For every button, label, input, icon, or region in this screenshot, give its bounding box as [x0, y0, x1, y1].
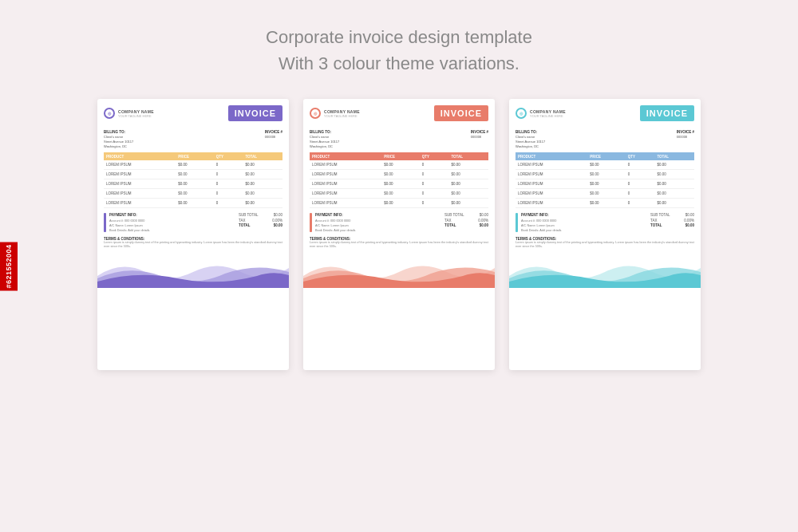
invoice-num: 000008 — [471, 135, 488, 139]
terms-text: Lorem ipsum is simply dummy text of the … — [310, 241, 488, 250]
logo-circle: ◎ — [104, 108, 115, 119]
payment-line: Account #: 000 0000 0000 — [521, 219, 646, 223]
invoice-header: ◎ COMPANY NAME YOUR TAGLINE HERE INVOICE — [303, 99, 495, 126]
cell-price: $0.00 — [381, 170, 420, 179]
terms-text: Lorem ipsum is simply dummy text of the … — [516, 241, 694, 250]
payment-info: PAYMENT INFO: Account #: 000 0000 0000A/… — [109, 213, 234, 232]
table-row: LOREM IPSUM $0.00 0 $0.00 — [104, 179, 282, 189]
company-text: COMPANY NAME YOUR TAGLINE HERE — [324, 109, 360, 118]
cell-total: $0.00 — [243, 170, 282, 179]
cell-total: $0.00 — [243, 179, 282, 189]
invoice-footer: PAYMENT INFO: Account #: 000 0000 0000A/… — [97, 213, 289, 232]
subtotal-row: SUB TOTAL $0.00 — [444, 213, 488, 217]
cell-price: $0.00 — [176, 160, 214, 170]
invoice-num-label: INVOICE # — [677, 130, 694, 134]
logo-circle: ◎ — [516, 108, 527, 119]
payment-info: PAYMENT INFO: Account #: 000 0000 0000A/… — [521, 213, 646, 232]
cell-total: $0.00 — [654, 179, 694, 189]
billing-label: BILLING TO: — [516, 130, 545, 134]
table-row: LOREM IPSUM $0.00 0 $0.00 — [104, 170, 282, 179]
billing-right: INVOICE # 000008 — [265, 130, 282, 148]
heading-line1: Corporate invoice design template — [266, 27, 532, 47]
payment-line: A/C Name: Lorem Ipsum — [315, 224, 440, 227]
cell-price: $0.00 — [176, 179, 214, 189]
invoice-footer: PAYMENT INFO: Account #: 000 0000 0000A/… — [509, 213, 701, 232]
cell-product: LOREM IPSUM — [516, 160, 587, 170]
totals-section: SUB TOTAL $0.00 TAX 0.00% TOTAL $0.00 — [239, 213, 282, 232]
heading-line2: With 3 colour theme variations. — [279, 53, 519, 73]
terms-section: TERMS & CONDITIONS: Lorem ipsum is simpl… — [97, 232, 289, 250]
total-row: TOTAL $0.00 — [444, 223, 488, 227]
invoice-title-badge: INVOICE — [228, 105, 282, 121]
company-sub: YOUR TAGLINE HERE — [530, 114, 566, 118]
payment-wrapper: PAYMENT INFO: Account #: 000 0000 0000A/… — [516, 213, 646, 232]
cell-qty: 0 — [626, 189, 655, 199]
cell-product: LOREM IPSUM — [310, 160, 381, 170]
cell-price: $0.00 — [587, 179, 626, 189]
cell-price: $0.00 — [176, 170, 214, 179]
col-header: QTY — [626, 152, 655, 160]
table-row: LOREM IPSUM $0.00 0 $0.00 — [104, 199, 282, 208]
cell-total: $0.00 — [448, 189, 488, 199]
cell-product: LOREM IPSUM — [310, 179, 381, 189]
invoice-card-2: ◎ COMPANY NAME YOUR TAGLINE HERE INVOICE… — [509, 99, 701, 370]
invoice-num: 000008 — [265, 135, 282, 139]
table-row: LOREM IPSUM $0.00 0 $0.00 — [516, 160, 694, 170]
cell-product: LOREM IPSUM — [516, 189, 587, 199]
cell-qty: 0 — [214, 170, 243, 179]
invoice-title-badge: INVOICE — [640, 105, 694, 121]
logo-area: ◎ COMPANY NAME YOUR TAGLINE HERE — [516, 105, 635, 121]
wave-decoration — [97, 256, 289, 288]
col-header: TOTAL — [448, 152, 488, 160]
totals-section: SUB TOTAL $0.00 TAX 0.00% TOTAL $0.00 — [444, 213, 488, 232]
table-row: LOREM IPSUM $0.00 0 $0.00 — [310, 170, 488, 179]
cell-product: LOREM IPSUM — [104, 189, 176, 199]
payment-wrapper: PAYMENT INFO: Account #: 000 0000 0000A/… — [104, 213, 234, 232]
billing-right: INVOICE # 000008 — [677, 130, 694, 148]
col-header: PRICE — [587, 152, 626, 160]
address-line2: Washington, DC — [516, 144, 545, 148]
table-row: LOREM IPSUM $0.00 0 $0.00 — [310, 199, 488, 208]
col-header: QTY — [214, 152, 243, 160]
col-header: PRODUCT — [310, 152, 381, 160]
accent-bar — [104, 213, 106, 232]
payment-line: A/C Name: Lorem Ipsum — [521, 224, 646, 227]
address-line1: Street Avenue 10117 — [310, 140, 339, 144]
address-line1: Street Avenue 10117 — [516, 140, 545, 144]
wave-decoration — [303, 256, 495, 288]
cell-product: LOREM IPSUM — [516, 199, 587, 208]
invoice-num: 000008 — [677, 135, 694, 139]
table-row: LOREM IPSUM $0.00 0 $0.00 — [310, 179, 488, 189]
col-header: PRICE — [176, 152, 214, 160]
items-table: PRODUCTPRICEQTYTOTAL LOREM IPSUM $0.00 0… — [516, 152, 694, 208]
accent-bar — [310, 213, 312, 232]
table-row: LOREM IPSUM $0.00 0 $0.00 — [516, 170, 694, 179]
billing-left: BILLING TO: Client's name Street Avenue … — [310, 130, 339, 148]
terms-section: TERMS & CONDITIONS: Lorem ipsum is simpl… — [303, 232, 495, 250]
cell-qty: 0 — [420, 160, 449, 170]
cell-price: $0.00 — [381, 189, 420, 199]
invoice-header: ◎ COMPANY NAME YOUR TAGLINE HERE INVOICE — [97, 99, 289, 126]
invoices-container: ◎ COMPANY NAME YOUR TAGLINE HERE INVOICE… — [97, 99, 701, 370]
cell-qty: 0 — [420, 189, 449, 199]
cell-price: $0.00 — [176, 199, 214, 208]
billing-section: BILLING TO: Client's name Street Avenue … — [97, 126, 289, 152]
payment-title: PAYMENT INFO: — [109, 213, 234, 217]
adobe-badge: #621552004 — [0, 242, 18, 290]
cell-product: LOREM IPSUM — [310, 189, 381, 199]
cell-product: LOREM IPSUM — [516, 179, 587, 189]
invoice-card-1: ◎ COMPANY NAME YOUR TAGLINE HERE INVOICE… — [303, 99, 495, 370]
cell-product: LOREM IPSUM — [104, 170, 176, 179]
cell-product: LOREM IPSUM — [310, 170, 381, 179]
client-name: Client's name — [310, 135, 339, 139]
invoice-footer: PAYMENT INFO: Account #: 000 0000 0000A/… — [303, 213, 495, 232]
terms-text: Lorem ipsum is simply dummy text of the … — [104, 241, 282, 250]
accent-bar — [516, 213, 518, 232]
cell-product: LOREM IPSUM — [104, 160, 176, 170]
client-name: Client's name — [516, 135, 545, 139]
terms-section: TERMS & CONDITIONS: Lorem ipsum is simpl… — [509, 232, 701, 250]
subtotal-row: SUB TOTAL $0.00 — [650, 213, 694, 217]
col-header: PRICE — [381, 152, 420, 160]
subtotal-row: SUB TOTAL $0.00 — [239, 213, 282, 217]
page-header: Corporate invoice design template With 3… — [266, 24, 532, 77]
